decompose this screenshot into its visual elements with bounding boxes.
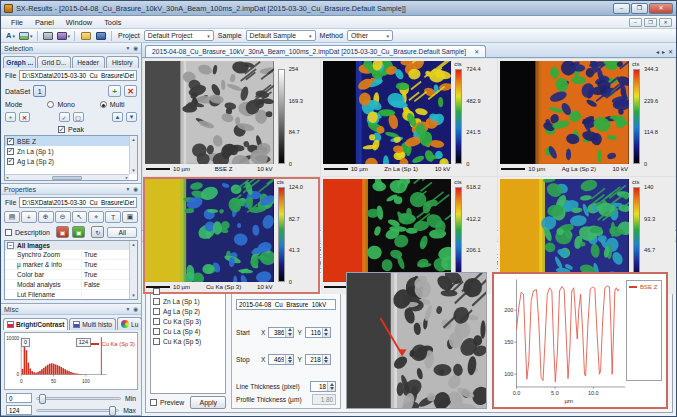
table-row[interactable]: Synchro ZoomTrue [5,250,137,260]
start-y-input[interactable] [306,328,322,337]
export-button[interactable]: ▤ [4,211,20,223]
add-item-button[interactable]: + [5,112,16,122]
map-image[interactable] [145,61,274,164]
scroll-down-icon[interactable]: ▼ [131,168,135,173]
marker-button[interactable]: ⌖ [88,211,104,223]
tab-multi-histo[interactable]: Multi histo [69,318,116,330]
close-button[interactable]: ✕ [649,3,673,14]
table-row[interactable]: Modal analysisFalse [5,280,137,290]
pin-icon[interactable]: ◉ [133,186,138,192]
collapse-icon[interactable]: ▾ [126,45,129,51]
vertical-scrollbar[interactable]: ▲▼ [129,241,137,299]
pan-button[interactable]: + [21,211,37,223]
checkbox[interactable] [7,158,14,165]
map-image[interactable] [500,179,629,282]
pin-icon[interactable]: ◉ [133,306,138,312]
move-up-button[interactable]: ▲ [112,112,123,122]
apply-button[interactable]: Apply [190,396,226,409]
checkbox[interactable] [153,308,160,315]
list-item[interactable]: Cu Ka (Sp 3) [152,316,224,326]
sample-select[interactable]: Default Sample▾ [246,30,316,41]
map-panel-zn-la[interactable]: 10 µmZn La (Sp 1)10 kV cts 724.4482.9241… [321,59,498,176]
scroll-right-icon[interactable]: ▸ [126,175,128,180]
method-select[interactable]: Other▾ [347,30,393,41]
collapse-group-icon[interactable]: – [7,242,14,249]
description-checkbox[interactable] [5,229,12,236]
scroll-down-icon[interactable]: ▼ [131,293,135,298]
checkbox[interactable] [153,328,160,335]
map-image[interactable] [323,179,452,282]
horizontal-scrollbar[interactable]: ◂▸ [5,174,129,180]
min-marker[interactable]: 0 [21,338,30,347]
menu-window[interactable]: Window [60,17,98,28]
maximize-button[interactable]: ❐ [631,3,648,14]
table-row[interactable]: µ marker & infoTrue [5,260,137,270]
spin-down-icon[interactable] [324,360,328,363]
tab-graph[interactable]: Graph ... [3,56,36,68]
collapse-icon[interactable]: ▾ [126,306,129,312]
zoom-out-button[interactable]: ⊖ [55,211,71,223]
tab-nav-left-button[interactable]: ◂ [656,48,659,55]
menu-panel[interactable]: Panel [29,17,60,28]
snapshot-red-button[interactable]: ▣ [56,226,69,238]
table-row[interactable]: Lut Filename [5,290,137,300]
checkbox[interactable] [7,138,14,145]
min-input[interactable] [6,393,32,403]
tab-grid-data[interactable]: Grid D... [37,56,70,68]
dataset-number-button[interactable]: 1 [33,85,46,97]
remove-dataset-button[interactable]: ✕ [124,85,137,97]
stop-x-stepper[interactable] [268,354,294,365]
fit-view-button[interactable]: ▣ [122,211,138,223]
spin-down-icon[interactable] [330,387,334,390]
line-thickness-stepper[interactable] [310,381,336,392]
check-all-button[interactable]: ✓ [59,112,70,122]
list-item[interactable]: Cu La (Sp 4) [152,326,224,336]
project-select[interactable]: Default Project▾ [144,30,214,41]
max-marker[interactable]: 124 [76,338,91,347]
profile-plot[interactable]: 1001502000.05.010.0µm BSE Z [492,272,668,409]
peak-checkbox[interactable] [58,126,65,133]
file-path-input[interactable] [19,70,137,81]
list-item[interactable]: Ag La (Sp 2) [5,156,137,166]
uncheck-all-button[interactable]: ▢ [73,112,84,122]
tab-history[interactable]: History [106,56,139,68]
scroll-up-icon[interactable]: ▲ [131,137,135,142]
tab-close-icon[interactable]: ✕ [474,48,479,55]
open-button[interactable] [79,30,92,41]
lock-button[interactable] [42,30,55,41]
line-thickness-input[interactable] [311,382,327,391]
stop-y-stepper[interactable] [305,354,331,365]
list-item[interactable]: Ag La (Sp 2) [152,306,224,316]
checkbox[interactable] [7,148,14,155]
mono-radio[interactable] [47,101,54,108]
properties-file-input[interactable] [19,197,137,208]
add-dataset-button[interactable]: + [108,85,121,97]
snapshot-green-button[interactable]: ▣ [72,226,85,238]
list-item[interactable]: Zn La (Sp 1) [5,146,137,156]
spin-up-icon[interactable] [324,328,328,331]
tab-nav-right-button[interactable]: ▸ [662,48,665,55]
start-x-input[interactable] [269,328,285,337]
map-panel-bse-z[interactable]: 10 µmBSE Z10 kV 254169.384.70 [143,59,320,176]
move-down-button[interactable]: ▼ [126,112,137,122]
output-file-input[interactable] [236,299,336,310]
spin-up-icon[interactable] [288,328,292,331]
spin-down-icon[interactable] [288,333,292,336]
all-button[interactable]: All [107,227,137,238]
list-item[interactable]: Cu Ka (Sp 5) [152,336,224,346]
mdi-minimize-button[interactable]: – [629,18,642,27]
map-image[interactable] [145,179,274,282]
save-button[interactable] [94,30,107,41]
tab-nav-close-button[interactable]: ✕ [668,48,673,55]
start-x-stepper[interactable] [268,327,294,338]
map-image[interactable] [323,61,452,164]
pin-icon[interactable]: ◉ [133,45,138,51]
multi-radio[interactable] [100,101,107,108]
spin-up-icon[interactable] [288,356,292,359]
tab-bright-contrast[interactable]: Bright/Contrast [3,318,68,330]
scroll-up-icon[interactable]: ▲ [131,242,135,247]
stop-y-input[interactable] [306,355,322,364]
spin-down-icon[interactable] [288,360,292,363]
stop-x-input[interactable] [269,355,285,364]
checkbox[interactable] [153,318,160,325]
